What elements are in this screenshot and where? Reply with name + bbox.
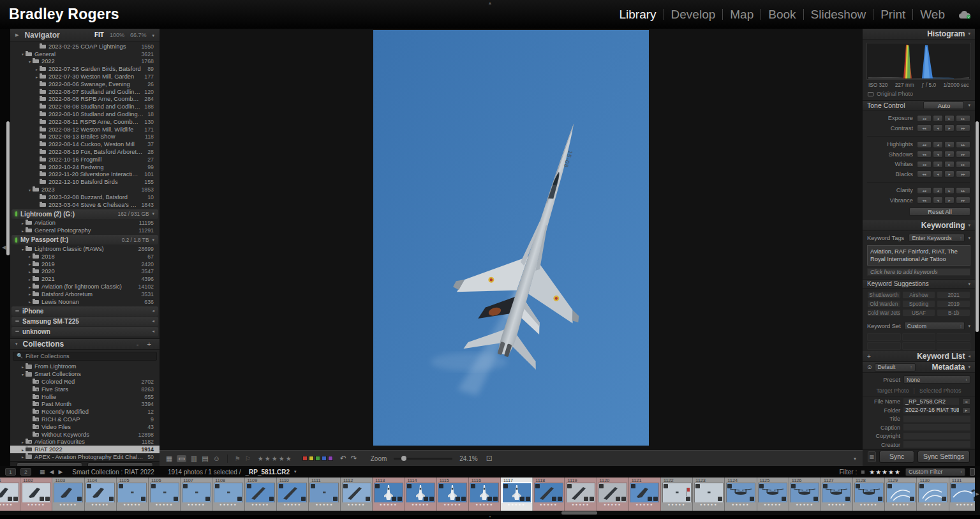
volume-header[interactable]: Lightroom (2) (G:)162 / 931 GB▾ (11, 209, 158, 219)
folder-row[interactable]: ▾20221768 (10, 58, 160, 66)
filmstrip-thumb[interactable]: 1107★★★★★ (181, 478, 212, 511)
histogram-header[interactable]: Histogram ▾ (863, 29, 975, 40)
stack-badge-icon[interactable] (535, 484, 540, 488)
stack-badge-icon[interactable] (856, 484, 860, 488)
collections-header[interactable]: ▾ Collections - + (10, 338, 160, 350)
keyword-tags-textarea[interactable]: Aviation, RAF Fairford, RIAT, The Royal … (867, 245, 970, 266)
thumbnail-size-icon[interactable]: ⊡ (486, 454, 493, 463)
keyword-badge-icon[interactable] (493, 497, 498, 501)
thumb-image[interactable] (598, 483, 627, 502)
filter-collections-input[interactable]: 🔍 Filter Collections (13, 352, 157, 361)
collection-row[interactable]: ▸From Lightroom (10, 363, 160, 371)
filmstrip-scrollbar-thumb[interactable] (561, 511, 597, 515)
next-image-icon[interactable]: ▶ (58, 469, 63, 475)
folder-row[interactable]: ▸Aviation (for lightroom Classic)14102 (10, 283, 160, 290)
right-panel-scrollbar[interactable] (976, 121, 979, 332)
keyword-set-menu-icon[interactable]: ▾ (968, 324, 970, 329)
zoom-667-option[interactable]: 66.7% (130, 32, 147, 38)
keyword-list-header[interactable]: + Keyword List ◂ (863, 351, 975, 362)
collection-row[interactable]: Five Stars8263 (10, 386, 160, 393)
stack-badge-icon[interactable] (375, 484, 380, 488)
survey-view-icon[interactable]: ▤ (202, 455, 208, 462)
edit-badge-icon[interactable] (487, 497, 492, 501)
folder-row[interactable]: 2023-02-08 Buzzard, Batsford10 (10, 193, 160, 201)
thumb-image[interactable] (310, 483, 338, 502)
rating-stars[interactable]: ★★★★★ (258, 455, 293, 462)
keyword-set-cell[interactable] (902, 333, 936, 341)
filmstrip-thumb[interactable]: 1104★★★★★ (85, 478, 117, 511)
keyword-badge-icon[interactable] (461, 497, 466, 501)
keyword-suggestion-button[interactable]: USAF (902, 309, 936, 317)
keyword-suggestion-button[interactable]: 2021 (937, 291, 970, 299)
thumb-image[interactable] (343, 483, 371, 502)
filmstrip-thumb[interactable]: 1125★★★★★ (757, 478, 789, 511)
stack-badge-icon[interactable] (759, 484, 764, 488)
keyword-badge-icon[interactable] (269, 497, 274, 501)
module-tab-develop[interactable]: Develop (664, 8, 723, 22)
keyword-list-disclosure-icon[interactable]: ◂ (968, 354, 970, 359)
keyword-badge-icon[interactable] (429, 497, 434, 501)
thumb-image[interactable] (86, 483, 114, 502)
keyword-badge-icon[interactable] (718, 497, 722, 501)
edit-badge-icon[interactable] (392, 497, 396, 501)
filmstrip-thumb[interactable]: 1115★★★★★ (437, 478, 469, 511)
folder-row[interactable]: 2022-10-16 Frogmill27 (10, 156, 160, 163)
stack-badge-icon[interactable] (439, 484, 443, 488)
filmstrip-thumb[interactable]: 1123★★★★★ (693, 478, 725, 511)
toolbar-content-menu-icon[interactable]: ▾ (854, 456, 856, 462)
qd-step-button[interactable]: ◂◂ (917, 197, 932, 204)
thumb-image[interactable] (182, 483, 211, 502)
folder-row[interactable]: ▸Batsford Arboretum3531 (10, 290, 160, 298)
stack-badge-icon[interactable] (919, 484, 924, 488)
filmstrip-thumb[interactable]: 1122★★★★★ (661, 478, 693, 511)
metadata-field-value[interactable] (903, 424, 970, 431)
stack-badge-icon[interactable] (664, 484, 668, 488)
qd-step-button[interactable]: ◂◂ (917, 170, 932, 177)
filmstrip-thumb[interactable]: 1116★★★★★ (469, 478, 501, 511)
zoom-100-option[interactable]: 100% (110, 32, 124, 38)
keyword-badge-icon[interactable] (910, 497, 914, 501)
qd-step-button[interactable]: ▸ (944, 197, 954, 204)
keywording-disclosure-icon[interactable]: ▾ (968, 223, 970, 228)
stack-badge-icon[interactable] (951, 484, 956, 488)
filmstrip-source-menu-icon[interactable]: ▾ (294, 469, 297, 474)
keyword-set-cell[interactable] (937, 342, 970, 350)
collections-disclosure-icon[interactable]: ▾ (15, 342, 18, 347)
thumb-image[interactable] (151, 483, 179, 502)
keyword-set-cell[interactable] (902, 342, 936, 350)
keyword-badge-icon[interactable] (686, 497, 690, 501)
color-label-chip[interactable] (328, 456, 333, 461)
qd-step-button[interactable]: ◂◂ (917, 141, 932, 148)
reset-all-button[interactable]: Reset All (909, 207, 970, 216)
stack-badge-icon[interactable] (119, 484, 123, 488)
filmstrip-thumb[interactable]: 1124★★★★★ (725, 478, 757, 511)
qd-step-button[interactable]: ▸ (944, 124, 954, 132)
filter-preset-dropdown[interactable]: Custom Filter ↕ (905, 468, 965, 476)
keyword-badge-icon[interactable] (237, 497, 242, 501)
filter-flag-icon[interactable] (861, 470, 865, 474)
keyword-tags-menu-icon[interactable]: ▾ (968, 236, 970, 241)
keyword-badge-icon[interactable] (878, 497, 882, 501)
thumb-image[interactable] (503, 483, 531, 502)
keyword-badge-icon[interactable] (301, 497, 306, 501)
stack-badge-icon[interactable] (503, 484, 508, 488)
zoom-fit-option[interactable]: FIT (94, 31, 104, 38)
metadata-field-value[interactable] (903, 416, 970, 423)
filmstrip-thumb[interactable]: 1114★★★★★ (405, 478, 436, 511)
keyword-suggestion-button[interactable]: Shuttleworth (867, 291, 901, 299)
collection-row[interactable]: RICH & COAP9 (10, 416, 160, 423)
filter-stars[interactable]: ★★★★★ (869, 469, 901, 476)
stack-badge-icon[interactable] (823, 484, 828, 488)
metadata-field-value[interactable] (903, 441, 970, 448)
filter-toggle-icon[interactable] (970, 468, 975, 476)
folder-row[interactable]: 2022-08-08 RSPB Arne, Coombe Heath, Even… (10, 96, 160, 103)
keyword-badge-icon[interactable] (45, 497, 50, 501)
keyword-suggestion-button[interactable]: B-1b (937, 309, 970, 317)
stack-badge-icon[interactable] (599, 484, 604, 488)
selected-photos-tab[interactable]: Selected Photos (919, 387, 961, 394)
metadata-field-value[interactable] (903, 433, 970, 440)
keyword-badge-icon[interactable] (174, 497, 178, 501)
zoom-menu-icon[interactable]: ▾ (152, 33, 154, 38)
rotate-left-icon[interactable]: ↶ (340, 454, 346, 463)
keyword-badge-icon[interactable] (782, 497, 786, 501)
